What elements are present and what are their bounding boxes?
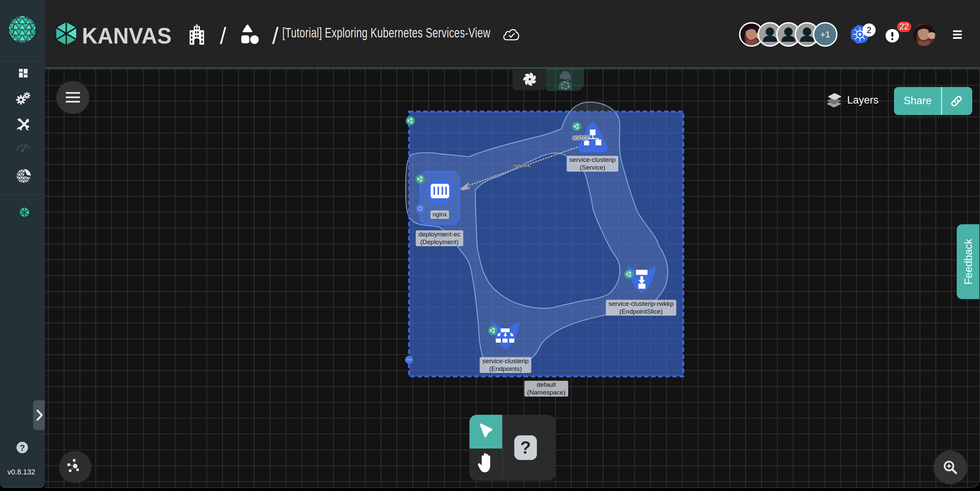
svg-text:2: 2 xyxy=(867,25,872,35)
svg-text:22: 22 xyxy=(899,22,909,31)
svg-text:+1: +1 xyxy=(820,29,830,40)
